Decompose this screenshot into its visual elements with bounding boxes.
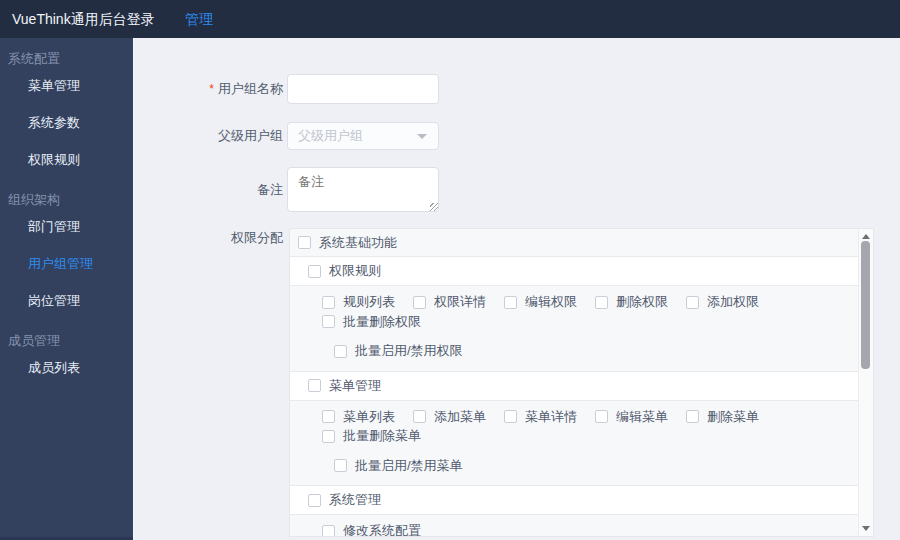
permission-item-label: 权限规则 xyxy=(329,257,381,285)
permission-item-label: 修改系统配置 xyxy=(343,522,421,537)
app-title: VueThink通用后台登录 xyxy=(12,0,155,38)
permission-item-label: 系统管理 xyxy=(329,486,381,514)
scroll-down-icon[interactable] xyxy=(862,526,870,531)
sidebar-item-link[interactable]: 岗位管理 xyxy=(0,282,133,319)
permission-label-text: 权限分配 xyxy=(231,230,283,245)
parent-group-select[interactable]: 父级用户组 xyxy=(287,122,439,150)
checkbox-icon[interactable] xyxy=(686,296,699,309)
permission-row: 修改系统配置 xyxy=(290,515,859,537)
permission-tree: 系统基础功能权限规则规则列表权限详情编辑权限删除权限添加权限批量删除权限批量启用… xyxy=(289,228,874,537)
permission-item-label: 编辑菜单 xyxy=(616,408,668,426)
checkbox-icon[interactable] xyxy=(322,315,335,328)
checkbox-icon[interactable] xyxy=(322,525,335,538)
checkbox-icon[interactable] xyxy=(413,410,426,423)
permission-item-label: 批量删除菜单 xyxy=(343,427,421,445)
sidebar-group-label: 系统配置 xyxy=(0,51,133,67)
permission-item[interactable]: 添加权限 xyxy=(686,293,759,311)
permission-row-line: 批量启用/禁用权限 xyxy=(322,342,859,362)
sidebar-item-link[interactable]: 权限规则 xyxy=(0,141,133,178)
checkbox-icon[interactable] xyxy=(413,296,426,309)
checkbox-icon[interactable] xyxy=(686,410,699,423)
permission-row: 系统基础功能 xyxy=(290,229,859,257)
permission-item-label: 删除权限 xyxy=(616,293,668,311)
field-label-remark: 备注 xyxy=(168,167,283,212)
checkbox-icon[interactable] xyxy=(334,459,347,472)
checkbox-icon[interactable] xyxy=(298,236,311,249)
sidebar: 系统配置菜单管理系统参数权限规则组织架构部门管理用户组管理岗位管理成员管理成员列… xyxy=(0,38,133,540)
permission-item[interactable]: 菜单管理 xyxy=(308,372,381,400)
sidebar-item-link[interactable]: 菜单管理 xyxy=(0,67,133,104)
permission-item[interactable]: 批量删除菜单 xyxy=(322,427,421,445)
permission-row: 权限规则 xyxy=(290,257,859,286)
checkbox-icon[interactable] xyxy=(595,410,608,423)
permission-row-line: 批量启用/禁用菜单 xyxy=(322,457,859,477)
sidebar-item-active[interactable]: 用户组管理 xyxy=(0,245,133,282)
checkbox-icon[interactable] xyxy=(308,265,321,278)
checkbox-icon[interactable] xyxy=(322,410,335,423)
remark-label-text: 备注 xyxy=(257,182,283,197)
permission-item-label: 删除菜单 xyxy=(707,408,759,426)
permission-item-label: 权限详情 xyxy=(434,293,486,311)
permission-item[interactable]: 编辑权限 xyxy=(504,293,577,311)
permission-item[interactable]: 权限规则 xyxy=(308,257,381,285)
group-name-input[interactable] xyxy=(287,74,439,104)
required-asterisk: * xyxy=(209,82,214,96)
checkbox-icon[interactable] xyxy=(308,379,321,392)
permission-row: 菜单列表添加菜单菜单详情编辑菜单删除菜单批量删除菜单批量启用/禁用菜单 xyxy=(290,401,859,487)
checkbox-icon[interactable] xyxy=(504,296,517,309)
sidebar-item-link[interactable]: 系统参数 xyxy=(0,104,133,141)
permission-row-line: 菜单列表添加菜单菜单详情编辑菜单删除菜单批量删除菜单 xyxy=(322,408,859,447)
checkbox-icon[interactable] xyxy=(308,494,321,507)
permission-item-label: 菜单详情 xyxy=(525,408,577,426)
permission-item-label: 规则列表 xyxy=(343,293,395,311)
parent-group-placeholder: 父级用户组 xyxy=(298,123,363,149)
permission-item[interactable]: 删除权限 xyxy=(595,293,668,311)
permission-row: 系统管理 xyxy=(290,486,859,515)
permission-row-line: 规则列表权限详情编辑权限删除权限添加权限批量删除权限 xyxy=(322,293,859,332)
field-label-permission: 权限分配 xyxy=(168,228,283,248)
permission-rows: 系统基础功能权限规则规则列表权限详情编辑权限删除权限添加权限批量删除权限批量启用… xyxy=(290,229,859,537)
permission-row: 菜单管理 xyxy=(290,372,859,401)
permission-item-label: 菜单列表 xyxy=(343,408,395,426)
checkbox-icon[interactable] xyxy=(334,345,347,358)
permission-item-label: 批量启用/禁用权限 xyxy=(355,342,463,360)
permission-item[interactable]: 菜单列表 xyxy=(322,408,395,426)
permission-item[interactable]: 权限详情 xyxy=(413,293,486,311)
permission-item[interactable]: 菜单详情 xyxy=(504,408,577,426)
permission-item-label: 批量删除权限 xyxy=(343,313,421,331)
remark-textarea[interactable] xyxy=(287,167,439,212)
sidebar-item-link[interactable]: 成员列表 xyxy=(0,349,133,386)
checkbox-icon[interactable] xyxy=(322,430,335,443)
chevron-down-icon xyxy=(417,134,427,139)
permission-item-label: 批量启用/禁用菜单 xyxy=(355,457,463,475)
field-label-group-name: *用户组名称 xyxy=(168,74,283,104)
sidebar-group-label: 成员管理 xyxy=(0,333,133,349)
permission-item[interactable]: 批量启用/禁用菜单 xyxy=(334,457,463,475)
permission-item[interactable]: 批量启用/禁用权限 xyxy=(334,342,463,360)
permission-item[interactable]: 添加菜单 xyxy=(413,408,486,426)
scroll-up-icon[interactable] xyxy=(862,234,870,239)
checkbox-icon[interactable] xyxy=(504,410,517,423)
sidebar-item-link[interactable]: 部门管理 xyxy=(0,208,133,245)
topbar-nav-manage[interactable]: 管理 xyxy=(185,0,213,38)
permission-item[interactable]: 修改系统配置 xyxy=(322,522,421,537)
permission-item[interactable]: 批量删除权限 xyxy=(322,313,421,331)
parent-group-label-text: 父级用户组 xyxy=(218,128,283,143)
scrollbar-thumb[interactable] xyxy=(861,241,870,369)
permission-item-label: 编辑权限 xyxy=(525,293,577,311)
topbar: VueThink通用后台登录 管理 xyxy=(0,0,900,38)
permission-item[interactable]: 系统管理 xyxy=(308,486,381,514)
checkbox-icon[interactable] xyxy=(595,296,608,309)
permission-item-label: 添加权限 xyxy=(707,293,759,311)
permission-item[interactable]: 编辑菜单 xyxy=(595,408,668,426)
permission-item[interactable]: 删除菜单 xyxy=(686,408,759,426)
permission-item[interactable]: 系统基础功能 xyxy=(298,229,397,256)
checkbox-icon[interactable] xyxy=(322,296,335,309)
field-label-parent-group: 父级用户组 xyxy=(168,122,283,150)
permission-item[interactable]: 规则列表 xyxy=(322,293,395,311)
main-content: *用户组名称 父级用户组 父级用户组 备注 权限分配 系统基础功能权限规则规则列… xyxy=(133,38,900,540)
permission-scrollbar[interactable] xyxy=(858,229,873,536)
group-name-label-text: 用户组名称 xyxy=(218,81,283,96)
permission-item-label: 添加菜单 xyxy=(434,408,486,426)
permission-item-label: 系统基础功能 xyxy=(319,229,397,256)
